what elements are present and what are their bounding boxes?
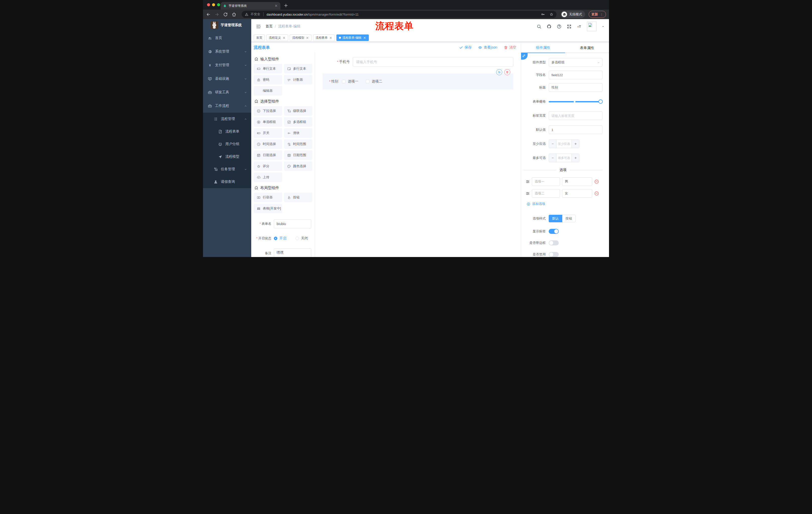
form-name-input[interactable]: [274, 219, 311, 228]
page-tag-process-model[interactable]: 流程模型: [290, 34, 312, 41]
tag-close-icon[interactable]: [329, 36, 332, 39]
bookmark-star-icon[interactable]: [549, 12, 553, 16]
minimize-window-button[interactable]: [212, 3, 215, 6]
forward-icon[interactable]: [214, 12, 219, 17]
add-option-button[interactable]: 添加选项: [527, 202, 603, 206]
url-bar[interactable]: 不安全 dashboard.yudao.iocoder.cn/bpm/manag…: [242, 11, 556, 18]
browser-update-button[interactable]: 更新 ⋮: [589, 11, 606, 18]
min-select-value[interactable]: 至少应选: [556, 140, 572, 148]
browser-tab[interactable]: 芋道管理系统: [221, 2, 280, 9]
component-item[interactable]: 123 计数器: [284, 75, 313, 84]
gender-field-selected[interactable]: *性别 选项一选项二: [323, 74, 513, 89]
logo[interactable]: 芋道管理系统: [203, 19, 251, 31]
avatar[interactable]: [587, 22, 597, 31]
window-controls[interactable]: [207, 3, 220, 6]
copy-component-button[interactable]: [496, 69, 502, 75]
disabled-toggle[interactable]: [549, 252, 559, 257]
delete-component-button[interactable]: [504, 69, 510, 75]
zoom-window-button[interactable]: [217, 3, 220, 6]
sidebar-item-devtools[interactable]: 研发工具: [203, 85, 251, 99]
component-item[interactable]: 单选框组: [254, 117, 282, 127]
component-item[interactable]: 级联选择: [284, 106, 313, 116]
remove-option-icon[interactable]: [594, 191, 599, 196]
sidebar-item-process-form[interactable]: 流程表单: [203, 125, 251, 138]
default-value-input[interactable]: [549, 126, 603, 134]
remove-option-icon[interactable]: [594, 179, 599, 184]
with-border-toggle[interactable]: [549, 240, 559, 245]
component-item[interactable]: 评分: [254, 161, 282, 171]
sidebar-item-task-mgmt[interactable]: 任务管理: [203, 163, 251, 175]
reload-icon[interactable]: [223, 12, 228, 17]
view-json-button[interactable]: 查看json: [478, 45, 497, 50]
sidebar-item-payment[interactable]: ¥ 支付管理: [203, 58, 251, 72]
component-item[interactable]: 行容器: [254, 193, 282, 202]
option-label-input[interactable]: [532, 177, 560, 186]
label-width-input[interactable]: [549, 111, 603, 120]
tab-component-props[interactable]: 组件属性: [521, 43, 565, 53]
breadcrumb-home[interactable]: 首页: [266, 24, 272, 29]
component-item[interactable]: 时间选择: [254, 139, 282, 149]
sidebar-item-workflow[interactable]: 工作流程: [203, 99, 251, 113]
search-icon[interactable]: [536, 24, 542, 29]
form-canvas[interactable]: *手机号 *性别 选项一选项二: [315, 52, 521, 257]
github-icon[interactable]: [547, 24, 551, 29]
status-on-radio[interactable]: 开启: [274, 236, 286, 241]
component-item[interactable]: 按钮: [284, 193, 313, 202]
sidebar-item-process-mgmt[interactable]: 流程管理: [203, 113, 251, 125]
show-label-toggle[interactable]: [549, 229, 559, 234]
option-value-input[interactable]: [562, 177, 592, 186]
component-item[interactable]: 开关: [254, 128, 282, 138]
page-tag-form-edit[interactable]: 流程表单-编辑: [337, 34, 369, 41]
component-item[interactable]: 多行文本: [284, 64, 313, 74]
form-remark-textarea[interactable]: 嘿嘿: [274, 248, 311, 257]
stepper-minus-button[interactable]: [549, 140, 556, 148]
page-tag-home[interactable]: 首页: [254, 34, 265, 41]
sidebar-item-process-model[interactable]: 流程模型: [203, 151, 251, 163]
component-item[interactable]: 滑块: [284, 128, 313, 138]
fullscreen-icon[interactable]: [567, 24, 572, 29]
tag-close-icon[interactable]: [282, 36, 286, 39]
component-item[interactable]: 日期选择: [254, 151, 282, 160]
home-icon[interactable]: [232, 12, 236, 17]
field-name-input[interactable]: [549, 71, 603, 79]
drag-handle-icon[interactable]: [526, 191, 530, 196]
page-tag-process-form[interactable]: 流程表单: [313, 34, 335, 41]
status-off-radio[interactable]: 关闭: [295, 236, 308, 241]
form-grid-slider[interactable]: [549, 97, 603, 106]
sidebar-item-leave-query[interactable]: 请假查询: [203, 175, 251, 188]
option-value-input[interactable]: [562, 189, 592, 198]
tag-close-icon[interactable]: [363, 36, 366, 39]
component-item[interactable]: 上传: [254, 172, 282, 182]
component-item[interactable]: 密码: [254, 75, 282, 84]
page-tag-process-def[interactable]: 流程定义: [266, 34, 288, 41]
back-icon[interactable]: [206, 12, 211, 17]
max-select-value[interactable]: 最多可选: [556, 154, 572, 162]
component-item[interactable]: 表格[开发中]: [254, 204, 282, 213]
tag-close-icon[interactable]: [306, 36, 309, 39]
component-item[interactable]: 时间范围: [284, 139, 313, 149]
sidebar-item-home[interactable]: 首页: [203, 31, 251, 45]
component-item[interactable]: 多选框组: [284, 117, 313, 127]
tab-form-props[interactable]: 表单属性: [565, 43, 609, 53]
style-default-button[interactable]: 默认: [549, 215, 562, 222]
stepper-minus-button[interactable]: [549, 154, 556, 162]
component-item[interactable]: 单行文本: [254, 64, 282, 74]
help-icon[interactable]: [557, 24, 561, 29]
gender-option-checkbox[interactable]: 选项一: [342, 79, 358, 84]
gender-option-checkbox[interactable]: 选项二: [366, 79, 382, 84]
component-item[interactable]: 日期范围: [284, 151, 313, 160]
browser-menu-dots-icon[interactable]: ⋮: [600, 12, 603, 16]
phone-field-row[interactable]: *手机号: [323, 57, 513, 66]
checkbox-box[interactable]: [366, 80, 369, 83]
sidebar-item-infrastructure[interactable]: 基础设施: [203, 72, 251, 85]
sidebar-item-user-group[interactable]: 用户分组: [203, 138, 251, 151]
option-label-input[interactable]: [532, 189, 560, 198]
style-button-button[interactable]: 按钮: [562, 215, 576, 222]
key-icon[interactable]: [541, 12, 545, 16]
title-input[interactable]: [549, 83, 603, 92]
chevron-down-icon[interactable]: [602, 25, 605, 28]
checkbox-box[interactable]: [342, 80, 345, 83]
sidebar-item-system[interactable]: 系统管理: [203, 45, 251, 58]
close-window-button[interactable]: [207, 3, 210, 6]
sidebar-fold-icon[interactable]: [256, 24, 261, 29]
